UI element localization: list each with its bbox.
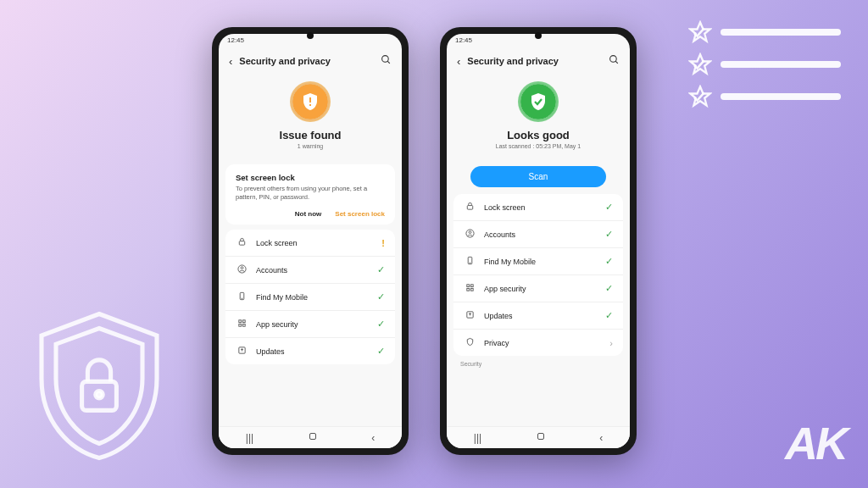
svg-line-6 [387,61,390,64]
lock-icon [464,202,476,213]
status-shield-check-icon [518,81,559,122]
card-description: To prevent others from using your phone,… [236,185,385,202]
row-label: Lock screen [484,203,597,212]
svg-rect-7 [309,97,311,103]
check-icon: ✓ [605,310,613,321]
check-icon: ✓ [605,256,613,267]
nav-home[interactable] [308,431,318,444]
ak-logo: AK [785,417,846,469]
section-label: Security [447,356,630,367]
row-label: Find My Mobile [484,258,597,266]
row-label: Updates [484,312,597,320]
svg-rect-32 [537,434,543,440]
row-accounts[interactable]: Accounts ✓ [225,257,395,284]
svg-rect-14 [238,320,241,323]
status-subtitle: Last scanned : 05:23 PM, May 1 [455,143,621,149]
svg-rect-9 [239,241,244,246]
check-icon: ✓ [605,202,613,213]
svg-rect-8 [309,104,311,106]
row-label: App security [484,285,597,293]
suggestion-card: Set screen lock To prevent others from u… [225,164,395,225]
row-lock-screen[interactable]: Lock screen ✓ [453,194,623,221]
status-subtitle: 1 warning [227,143,393,149]
svg-rect-29 [466,288,469,291]
card-title: Set screen lock [236,173,385,182]
status-title: Issue found [227,129,393,141]
row-label: Accounts [484,230,597,239]
page-title: Security and privacy [239,56,374,66]
row-find-my-mobile[interactable]: Find My Mobile ✓ [225,284,395,311]
security-list: Lock screen ! Accounts ✓ Find My Mobile … [225,230,395,364]
check-icon: ✓ [377,346,385,357]
check-icon: ✓ [605,283,613,294]
row-find-my-mobile[interactable]: Find My Mobile ✓ [453,248,623,275]
row-label: Find My Mobile [256,293,369,302]
svg-line-21 [615,61,618,64]
svg-rect-22 [467,206,472,210]
svg-rect-16 [238,324,241,327]
row-updates[interactable]: Updates ✓ [225,338,395,364]
decorative-checklist [688,20,841,117]
row-label: Accounts [256,266,369,274]
android-navbar: ||| ‹ [447,426,630,448]
set-screen-lock-button[interactable]: Set screen lock [335,210,385,218]
row-lock-screen[interactable]: Lock screen ! [225,230,395,257]
camera-hole [535,32,542,39]
nav-recent[interactable]: ||| [474,432,481,444]
check-icon: ✓ [377,264,385,275]
svg-rect-30 [470,288,473,291]
grid-icon [236,319,248,330]
svg-point-20 [610,56,617,63]
search-icon[interactable] [381,54,392,68]
row-label: Lock screen [256,239,373,247]
back-button[interactable]: ‹ [229,55,232,68]
row-accounts[interactable]: Accounts ✓ [453,221,623,248]
phone-right: 12:45 ‹ Security and privacy Looks good … [440,27,637,455]
chevron-right-icon: › [609,338,613,348]
nav-back[interactable]: ‹ [371,432,375,444]
user-icon [464,229,476,240]
status-shield-warning-icon [290,81,331,122]
svg-point-4 [96,391,103,398]
nav-home[interactable] [536,431,546,444]
svg-rect-27 [466,285,469,287]
row-label: Updates [256,347,369,356]
updates-icon [236,346,248,357]
shield-icon [464,337,476,348]
row-label: App security [256,320,369,329]
security-list: Lock screen ✓ Accounts ✓ Find My Mobile … [453,194,623,356]
decorative-shield-lock-icon [27,307,171,468]
row-app-security[interactable]: App security ✓ [453,275,623,302]
warning-icon: ! [381,238,385,248]
svg-point-11 [241,267,243,269]
row-privacy[interactable]: Privacy › [453,330,623,356]
grid-icon [464,283,476,294]
svg-point-24 [469,231,471,234]
row-label: Privacy [484,339,601,347]
phone-icon [236,291,248,302]
check-icon: ✓ [377,291,385,302]
svg-rect-28 [470,285,473,287]
scan-button[interactable]: Scan [470,166,606,187]
phone-icon [464,256,476,267]
svg-rect-19 [309,434,315,440]
nav-back[interactable]: ‹ [599,432,603,444]
nav-recent[interactable]: ||| [246,432,253,444]
camera-hole [307,32,314,39]
search-icon[interactable] [609,54,620,68]
row-app-security[interactable]: App security ✓ [225,311,395,338]
page-title: Security and privacy [467,56,602,66]
check-icon: ✓ [377,319,385,330]
row-updates[interactable]: Updates ✓ [453,302,623,330]
not-now-button[interactable]: Not now [295,210,322,218]
phone-left: 12:45 ‹ Security and privacy Issue found… [212,27,409,455]
lock-icon [236,237,248,248]
updates-icon [464,310,476,321]
android-navbar: ||| ‹ [219,426,402,448]
svg-rect-17 [242,324,245,327]
status-title: Looks good [455,129,621,141]
user-icon [236,264,248,275]
svg-rect-15 [242,320,245,323]
back-button[interactable]: ‹ [457,55,460,68]
svg-point-5 [382,56,389,63]
